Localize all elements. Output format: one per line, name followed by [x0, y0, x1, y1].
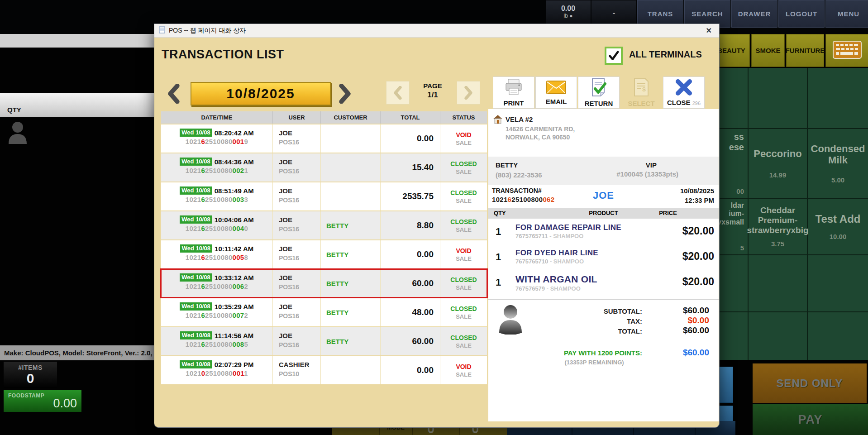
total-amount: 60.00: [380, 327, 440, 355]
date-badge: Wed 10/08: [180, 215, 212, 224]
total-value: $60.00: [683, 325, 709, 335]
transaction-row[interactable]: Wed 10/08 10:35:29 AM 1021625100800072 J…: [161, 298, 487, 326]
keyboard-icon: [832, 39, 862, 62]
product-tile-empty: [749, 68, 807, 128]
total-amount: 15.40: [380, 153, 440, 182]
customer-name: BETTY: [320, 211, 380, 239]
date-badge: Wed 10/08: [180, 129, 212, 137]
close-count: 296: [692, 100, 701, 106]
all-terminals-checkbox[interactable]: [605, 47, 623, 65]
qty-label: QTY: [7, 106, 21, 114]
top-nav-logout[interactable]: LOGOUT: [778, 0, 825, 28]
product-tile[interactable]: Peccorino 14.99: [749, 129, 807, 198]
pay-button[interactable]: PAY: [753, 404, 868, 435]
dialog-close-icon[interactable]: ✕: [703, 26, 715, 35]
category-smoke[interactable]: SMOKE: [751, 34, 785, 67]
next-date-button[interactable]: [337, 83, 353, 105]
dialog-body: TRANSACTION LIST ALL TERMINALS 10/8/2025…: [154, 38, 719, 427]
total-amount: 0.00: [380, 356, 440, 384]
status-value: VOID: [456, 247, 471, 254]
date-badge: Wed 10/08: [180, 244, 212, 253]
select-button[interactable]: S SELECT: [620, 76, 662, 109]
document-icon: [159, 26, 165, 35]
transaction-row[interactable]: Wed 10/08 11:14:56 AM 1021625100800085 J…: [161, 327, 487, 355]
column-header: TOTAL: [380, 111, 440, 124]
date-time-cell: Wed 10/08 02:07:29 PM 1021025100800011: [161, 356, 272, 384]
column-header: STATUS: [440, 111, 487, 124]
line-item: 1 WITH ARGAN OIL 767576579 - SHAMPOO $20…: [488, 273, 719, 298]
customer-name: BETTY: [320, 269, 380, 297]
customer-phone: (803) 222-3536: [496, 171, 542, 179]
prev-page-button[interactable]: [386, 81, 410, 105]
transaction-row[interactable]: Wed 10/08 10:11:42 AM 1021625100800058 J…: [161, 240, 487, 268]
item-qty: 1: [496, 251, 501, 263]
transaction-date: 10/08/2025: [680, 187, 714, 195]
top-nav-drawer[interactable]: DRAWER: [731, 0, 777, 28]
next-page-button[interactable]: [457, 81, 480, 105]
qty-column-header: QTY: [0, 93, 154, 117]
close-button[interactable]: CLOSE 296: [663, 76, 705, 109]
product-tile[interactable]: Test Add 10.00: [808, 199, 868, 254]
store-name: VELA #2: [506, 115, 533, 123]
prev-date-button[interactable]: [166, 83, 181, 105]
transaction-row[interactable]: Wed 10/08 10:33:12 AM 1021625100800062 J…: [161, 269, 487, 297]
user-name: JOE: [279, 187, 320, 195]
user-cell: JOE POS16: [272, 124, 320, 153]
transaction-row[interactable]: Wed 10/08 08:51:49 AM 1021625100800033 J…: [161, 182, 487, 210]
product-tile-empty: [749, 312, 807, 360]
cashier-avatar: [7, 120, 28, 148]
status-type: SALE: [456, 255, 472, 262]
keypad-tile-fragment[interactable]: [719, 367, 733, 403]
status-value: CLOSED: [450, 218, 477, 225]
transaction-row[interactable]: Wed 10/08 08:44:36 AM 1021625100800021 J…: [161, 153, 487, 182]
category-row: BEAUTY SMOKE FURNITURE: [713, 34, 868, 67]
product-tile-empty: [808, 255, 868, 311]
customer-name: BETTY: [320, 298, 380, 326]
date-badge: Wed 10/08: [180, 273, 212, 282]
dialog-title: POS -- 웹 페이지 대화 상자: [169, 27, 246, 35]
user-cell: JOE POS16: [272, 182, 320, 210]
detail-buttons: PRINT EMAIL RETURN S SELECT: [493, 76, 705, 109]
vip-id: #100045 (13353pts): [595, 170, 678, 178]
transaction-number: 1021625100800019: [161, 138, 272, 145]
item-price: $20.00: [682, 250, 714, 263]
vip-label: VIP: [595, 161, 678, 169]
category-furniture[interactable]: FURNITURE: [786, 34, 824, 67]
transaction-detail-panel: VELA #2 14626 CARMENITA RD, NORWALK, CA …: [488, 109, 719, 421]
transaction-number: 1021625100800033: [161, 196, 272, 203]
items-value: 0: [4, 371, 57, 385]
item-name: FOR DAMAGE REPAIR LINE: [515, 223, 621, 232]
transaction-number: 1021625100800021: [161, 167, 272, 174]
user-station: POS16: [279, 139, 320, 146]
price-header: PRICE: [650, 210, 686, 216]
return-icon: [590, 78, 608, 99]
foodstamp-tile: FOODSTAMP 0.00: [4, 390, 81, 412]
transaction-table-header: DATE/TIMEUSERCUSTOMERTOTALSTATUS: [161, 111, 487, 124]
print-button[interactable]: PRINT: [493, 76, 534, 109]
keyboard-category-button[interactable]: [825, 34, 868, 67]
minus-button[interactable]: -: [591, 0, 636, 26]
user-name: JOE: [279, 216, 320, 224]
product-tile[interactable]: Cheddar Premium- strawberryxbig 3.75: [749, 199, 807, 254]
item-sku: 7675765711 - SHAMPOO: [515, 233, 583, 239]
item-sku: 7675765710 - SHAMPOO: [515, 258, 584, 265]
user-name: JOE: [279, 129, 320, 137]
transaction-row[interactable]: Wed 10/08 08:20:42 AM 1021625100800019 J…: [161, 124, 487, 153]
checkmark-icon: [608, 50, 620, 62]
status-cell: CLOSED SALE: [440, 298, 487, 326]
status-type: SALE: [456, 168, 472, 175]
user-cell: JOE POS16: [272, 269, 320, 297]
store-address-line2: NORWALK, CA 90650: [506, 134, 570, 141]
date-badge: Wed 10/08: [180, 302, 212, 311]
user-name: JOE: [279, 274, 320, 282]
date-button[interactable]: 10/8/2025: [191, 82, 331, 105]
email-button[interactable]: EMAIL: [535, 76, 577, 109]
top-nav-menu[interactable]: MENU: [825, 0, 868, 28]
transaction-row[interactable]: Wed 10/08 10:04:06 AM 1021625100800040 J…: [161, 211, 487, 239]
total-amount: 48.00: [380, 298, 440, 326]
product-tile[interactable]: Condensed Milk 5.00: [808, 129, 868, 198]
transaction-row[interactable]: Wed 10/08 02:07:29 PM 1021025100800011 C…: [161, 356, 487, 384]
return-button[interactable]: RETURN: [578, 76, 620, 109]
send-only-button[interactable]: SEND ONLY: [753, 363, 867, 403]
left-header-bar: [0, 34, 154, 48]
